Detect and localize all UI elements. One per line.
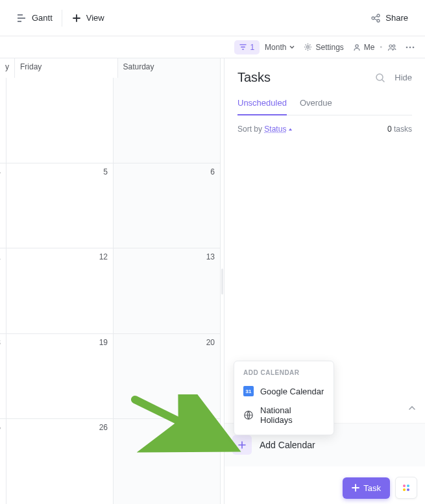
svg-point-4 — [372, 17, 374, 19]
add-calendar-button[interactable]: Add Calendar — [232, 435, 417, 455]
svg-rect-1 — [18, 18, 25, 19]
filter-chip[interactable]: 1 — [234, 40, 260, 54]
sort-row: Sort by Status 0 tasks — [225, 115, 425, 143]
share-button[interactable]: Share — [365, 9, 413, 27]
me-button[interactable]: Me — [349, 40, 379, 54]
date-number: 27 — [206, 423, 215, 432]
month-dropdown[interactable]: Month — [261, 40, 298, 54]
calendar-header-cell: Saturday — [118, 58, 221, 78]
svg-point-5 — [377, 19, 380, 22]
search-icon[interactable] — [375, 73, 385, 83]
me-label: Me — [364, 43, 375, 52]
calendar-cell[interactable]: 4 — [0, 163, 6, 248]
add-calendar-popover: ADD CALENDAR 31 Google Calendar National… — [234, 361, 334, 435]
svg-point-7 — [356, 44, 358, 47]
dot-separator: • — [380, 43, 382, 51]
google-calendar-label: Google Calendar — [260, 387, 324, 396]
filter-count: 1 — [250, 43, 254, 52]
date-number: 20 — [206, 338, 215, 347]
calendar-header-cell: y — [0, 58, 15, 78]
date-number: 11 — [0, 252, 1, 261]
apps-grid-icon — [401, 483, 411, 493]
svg-point-11 — [409, 46, 411, 48]
calendar-cell[interactable]: 20 — [114, 334, 220, 419]
chevron-up-icon — [408, 404, 416, 412]
sort-label: Sort by — [237, 125, 262, 134]
people-icon — [387, 43, 396, 51]
svg-point-16 — [403, 485, 406, 487]
tasks-panel: Tasks Hide Unscheduled Overdue Sort by S… — [225, 58, 425, 504]
new-task-button[interactable]: Task — [343, 477, 390, 499]
add-view-button[interactable]: View — [66, 9, 110, 27]
header-text: Friday — [20, 62, 42, 71]
calendar-cell[interactable]: 19 — [6, 334, 114, 419]
sub-toolbar: 1 Month Settings Me • — [0, 36, 425, 58]
calendar-body: 4 5 6 11 12 13 18 19 20 25 26 27 — [0, 78, 220, 504]
svg-point-3 — [377, 14, 380, 17]
apps-button[interactable] — [395, 477, 417, 499]
task-count: 0 tasks — [387, 125, 412, 134]
svg-rect-0 — [18, 14, 23, 16]
panel-actions: Hide — [375, 73, 412, 83]
calendar-row: 4 5 6 — [0, 163, 220, 248]
calendar-cell[interactable]: 26 — [6, 419, 114, 504]
calendar-row — [0, 78, 220, 163]
plus-icon — [352, 484, 359, 492]
sort-value[interactable]: Status — [264, 125, 293, 134]
tab-overdue[interactable]: Overdue — [300, 98, 332, 115]
national-holidays-option[interactable]: National Holidays — [234, 401, 334, 429]
gear-icon — [304, 43, 312, 51]
gantt-view-button[interactable]: Gantt — [12, 9, 58, 27]
main-area: y Friday Saturday 4 5 6 11 12 13 18 19 — [0, 58, 425, 504]
gantt-label: Gantt — [32, 13, 53, 23]
calendar-cell[interactable] — [114, 78, 220, 163]
resize-grip — [221, 269, 223, 294]
calendar-cell[interactable] — [0, 78, 6, 163]
svg-point-12 — [413, 46, 415, 48]
calendar-row: 25 26 27 — [0, 418, 220, 504]
settings-button[interactable]: Settings — [300, 40, 347, 54]
svg-point-17 — [407, 485, 409, 487]
svg-point-9 — [393, 45, 395, 47]
calendar-header-row: y Friday Saturday — [0, 58, 220, 78]
top-bar: Gantt View Share — [0, 0, 425, 36]
hide-button[interactable]: Hide — [395, 73, 412, 82]
more-menu-button[interactable] — [402, 43, 419, 51]
collapse-section-button[interactable] — [408, 404, 416, 412]
floating-buttons: Task — [343, 477, 417, 499]
calendar-cell[interactable]: 6 — [114, 163, 220, 248]
date-number: 25 — [0, 423, 1, 432]
date-number: 13 — [206, 252, 215, 261]
assignees-button[interactable] — [383, 41, 400, 54]
chevron-down-icon — [289, 45, 295, 50]
calendar-cell[interactable]: 25 — [0, 419, 6, 504]
panel-title: Tasks — [237, 70, 271, 85]
date-number: 6 — [210, 167, 215, 176]
plus-icon — [71, 13, 82, 23]
separator — [62, 10, 62, 27]
panel-header: Tasks Hide Unscheduled Overdue — [225, 58, 425, 115]
header-text: Saturday — [123, 62, 154, 71]
svg-point-6 — [307, 46, 310, 49]
count-number: 0 — [387, 125, 392, 134]
tab-unscheduled[interactable]: Unscheduled — [237, 98, 287, 115]
calendar-cell[interactable]: 12 — [6, 248, 114, 333]
calendar-row: 11 12 13 — [0, 248, 220, 333]
calendar-cell[interactable]: 11 — [0, 248, 6, 333]
calendar-grid: y Friday Saturday 4 5 6 11 12 13 18 19 — [0, 58, 221, 504]
task-button-label: Task — [363, 483, 381, 493]
svg-point-10 — [406, 46, 408, 48]
ellipsis-icon — [406, 46, 415, 49]
add-calendar-label: Add Calendar — [260, 440, 315, 450]
sort-value-text: Status — [264, 125, 286, 134]
calendar-cell[interactable]: 13 — [114, 248, 220, 333]
calendar-cell[interactable]: 18 — [0, 334, 6, 419]
calendar-cell[interactable]: 5 — [6, 163, 114, 248]
sort-control[interactable]: Sort by Status — [237, 125, 293, 134]
calendar-cell[interactable] — [6, 78, 114, 163]
globe-icon — [243, 410, 254, 420]
date-number: 19 — [99, 338, 108, 347]
google-calendar-option[interactable]: 31 Google Calendar — [234, 381, 334, 401]
task-tabs: Unscheduled Overdue — [237, 98, 412, 115]
calendar-cell[interactable]: 27 — [114, 419, 220, 504]
